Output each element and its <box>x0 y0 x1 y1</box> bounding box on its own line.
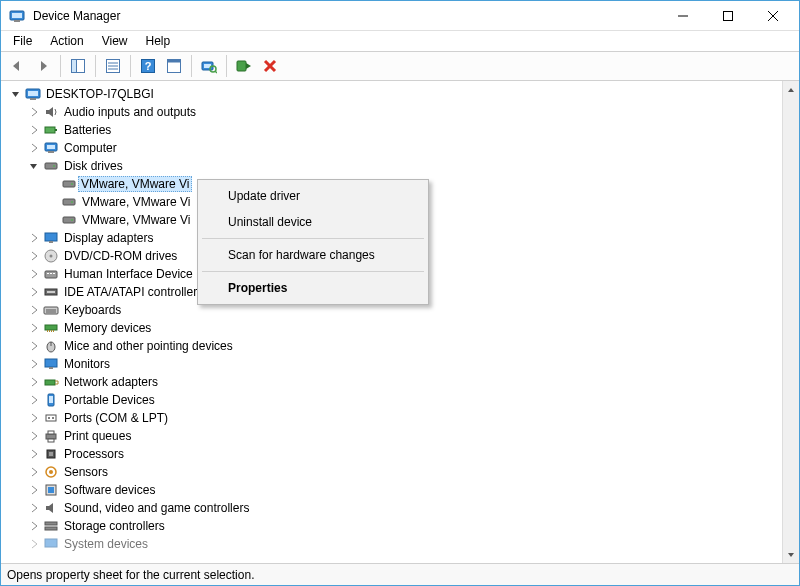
tree-node-software-devices[interactable]: Software devices <box>9 481 782 499</box>
enable-device-button[interactable] <box>232 54 256 78</box>
chevron-right-icon[interactable] <box>27 411 41 425</box>
chevron-right-icon[interactable] <box>27 375 41 389</box>
chevron-down-icon[interactable] <box>9 87 23 101</box>
chevron-right-icon[interactable] <box>27 483 41 497</box>
tree-node-ports[interactable]: Ports (COM & LPT) <box>9 409 782 427</box>
svg-rect-34 <box>63 181 75 187</box>
back-button[interactable] <box>5 54 29 78</box>
chevron-right-icon[interactable] <box>27 537 41 551</box>
tree-node-network[interactable]: Network adapters <box>9 373 782 391</box>
tree-label: Software devices <box>63 483 156 497</box>
tree-node-batteries[interactable]: Batteries <box>9 121 782 139</box>
svg-rect-41 <box>49 241 53 243</box>
chevron-right-icon[interactable] <box>27 285 41 299</box>
svg-rect-32 <box>45 163 57 169</box>
chevron-right-icon[interactable] <box>27 429 41 443</box>
printer-icon <box>43 428 59 444</box>
chevron-right-icon[interactable] <box>27 105 41 119</box>
svg-rect-30 <box>47 145 55 149</box>
ports-icon <box>43 410 59 426</box>
ctx-uninstall-device[interactable]: Uninstall device <box>200 209 426 235</box>
svg-rect-38 <box>63 217 75 223</box>
close-button[interactable] <box>750 1 795 30</box>
chevron-right-icon[interactable] <box>27 267 41 281</box>
chevron-right-icon[interactable] <box>27 249 41 263</box>
tree-root[interactable]: DESKTOP-I7QLBGI <box>9 85 782 103</box>
display-adapter-icon <box>43 230 59 246</box>
tree-node-sound[interactable]: Sound, video and game controllers <box>9 499 782 517</box>
tree-node-processors[interactable]: Processors <box>9 445 782 463</box>
window-controls <box>660 1 795 30</box>
ctx-scan-hardware[interactable]: Scan for hardware changes <box>200 242 426 268</box>
chevron-right-icon[interactable] <box>27 447 41 461</box>
help-button[interactable]: ? <box>136 54 160 78</box>
tree-label: Display adapters <box>63 231 154 245</box>
device-tree[interactable]: DESKTOP-I7QLBGI Audio inputs and outputs… <box>1 81 782 563</box>
tree-label: Network adapters <box>63 375 159 389</box>
tree-node-disk-drives[interactable]: Disk drives <box>9 157 782 175</box>
ctx-properties[interactable]: Properties <box>200 275 426 301</box>
scroll-up-arrow-icon[interactable] <box>783 81 799 98</box>
chevron-down-icon[interactable] <box>27 159 41 173</box>
svg-rect-40 <box>45 233 57 241</box>
hid-icon <box>43 266 59 282</box>
storage-controller-icon <box>43 518 59 534</box>
svg-rect-56 <box>51 330 52 332</box>
scan-hardware-button[interactable] <box>197 54 221 78</box>
chevron-right-icon[interactable] <box>27 303 41 317</box>
maximize-button[interactable] <box>705 1 750 30</box>
tree-node-audio[interactable]: Audio inputs and outputs <box>9 103 782 121</box>
menu-file[interactable]: File <box>5 32 40 50</box>
disk-drive-icon <box>61 194 77 210</box>
network-adapter-icon <box>43 374 59 390</box>
chevron-right-icon[interactable] <box>27 465 41 479</box>
chevron-right-icon[interactable] <box>27 321 41 335</box>
uninstall-device-button[interactable] <box>258 54 282 78</box>
chevron-right-icon[interactable] <box>27 339 41 353</box>
chevron-right-icon[interactable] <box>27 357 41 371</box>
svg-rect-15 <box>168 60 181 73</box>
mouse-icon <box>43 338 59 354</box>
chevron-right-icon[interactable] <box>27 519 41 533</box>
show-hide-console-tree-button[interactable] <box>66 54 90 78</box>
action-button[interactable] <box>162 54 186 78</box>
forward-button[interactable] <box>31 54 55 78</box>
properties-button[interactable] <box>101 54 125 78</box>
tree-label: Audio inputs and outputs <box>63 105 197 119</box>
menu-action[interactable]: Action <box>42 32 91 50</box>
chevron-right-icon[interactable] <box>27 231 41 245</box>
tree-label: Processors <box>63 447 125 461</box>
disk-drive-icon <box>61 212 77 228</box>
chevron-right-icon[interactable] <box>27 123 41 137</box>
tree-node-system-devices[interactable]: System devices <box>9 535 782 553</box>
vertical-scrollbar[interactable] <box>782 81 799 563</box>
chevron-right-icon[interactable] <box>27 393 41 407</box>
tree-node-sensors[interactable]: Sensors <box>9 463 782 481</box>
scroll-down-arrow-icon[interactable] <box>783 546 799 563</box>
software-device-icon <box>43 482 59 498</box>
tree-node-print-queues[interactable]: Print queues <box>9 427 782 445</box>
svg-rect-18 <box>204 64 211 68</box>
svg-line-6 <box>768 11 778 21</box>
chevron-right-icon[interactable] <box>27 501 41 515</box>
tree-node-storage[interactable]: Storage controllers <box>9 517 782 535</box>
keyboard-icon <box>43 302 59 318</box>
chevron-right-icon[interactable] <box>27 141 41 155</box>
tree-label: DVD/CD-ROM drives <box>63 249 178 263</box>
menu-view[interactable]: View <box>94 32 136 50</box>
tree-label: VMware, VMware Vi <box>78 176 192 192</box>
tree-label: Portable Devices <box>63 393 156 407</box>
tree-node-portable[interactable]: Portable Devices <box>9 391 782 409</box>
svg-rect-77 <box>45 522 57 525</box>
svg-rect-75 <box>46 485 56 495</box>
tree-node-monitors[interactable]: Monitors <box>9 355 782 373</box>
minimize-button[interactable] <box>660 1 705 30</box>
tree-node-mice[interactable]: Mice and other pointing devices <box>9 337 782 355</box>
svg-rect-53 <box>45 325 57 330</box>
svg-point-39 <box>71 219 73 221</box>
tree-node-computer[interactable]: Computer <box>9 139 782 157</box>
menu-help[interactable]: Help <box>138 32 179 50</box>
toolbar-separator <box>60 55 61 77</box>
tree-node-memory[interactable]: Memory devices <box>9 319 782 337</box>
ctx-update-driver[interactable]: Update driver <box>200 183 426 209</box>
